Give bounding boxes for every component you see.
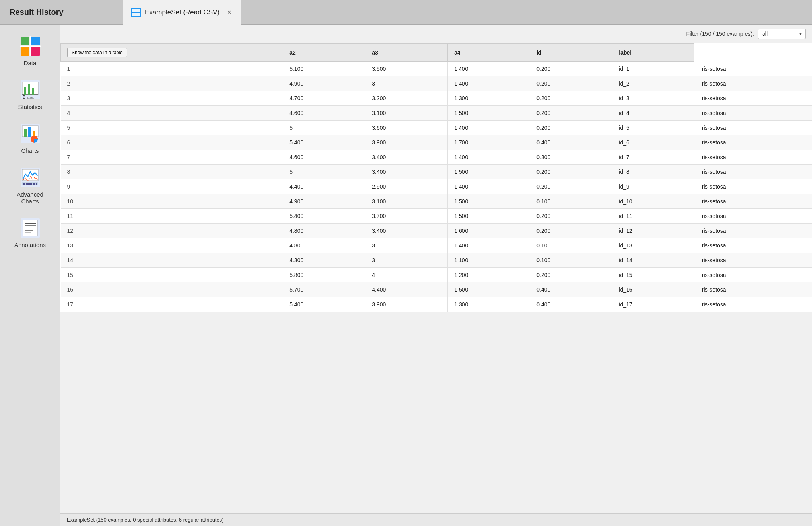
cell-id: id_8 — [612, 165, 694, 179]
cell-label: Iris-setosa — [694, 209, 812, 224]
col-header-row-num: Show the data in a table — [61, 44, 283, 62]
cell-row-num: 16 — [61, 282, 283, 297]
tab-label: ExampleSet (Read CSV) — [145, 8, 220, 16]
table-row: 124.8003.4001.6000.200id_12Iris-setosa — [61, 224, 812, 238]
cell-a3: 4.400 — [365, 282, 448, 297]
cell-a4: 1.500 — [448, 282, 530, 297]
cell-label: Iris-setosa — [694, 253, 812, 268]
tab-icon — [131, 8, 141, 17]
table-row: 65.4003.9001.7000.400id_6Iris-setosa — [61, 135, 812, 150]
cell-id: id_9 — [612, 179, 694, 194]
cell-row-num: 13 — [61, 238, 283, 253]
cell-a5: 0.200 — [530, 62, 612, 76]
content-panel: Filter (150 / 150 examples): all correct… — [60, 25, 812, 526]
active-tab[interactable]: ExampleSet (Read CSV) × — [123, 0, 241, 25]
cell-a4: 1.400 — [448, 150, 530, 165]
tab-close-button[interactable]: × — [226, 8, 233, 17]
cell-a5: 0.400 — [530, 282, 612, 297]
svg-rect-10 — [31, 47, 40, 56]
cell-id: id_12 — [612, 224, 694, 238]
sidebar-item-charts[interactable]: Charts — [0, 116, 60, 160]
cell-a5: 0.200 — [530, 165, 612, 179]
cell-id: id_17 — [612, 297, 694, 312]
cell-label: Iris-setosa — [694, 179, 812, 194]
cell-a4: 1.600 — [448, 224, 530, 238]
cell-row-num: 8 — [61, 165, 283, 179]
svg-rect-18 — [32, 88, 34, 95]
sidebar-item-annotations[interactable]: Annotations — [0, 210, 60, 254]
cell-id: id_4 — [612, 106, 694, 121]
cell-a3: 3.400 — [365, 150, 448, 165]
svg-rect-1 — [132, 9, 136, 12]
cell-a3: 4 — [365, 268, 448, 282]
filter-select[interactable]: all correct wrong — [758, 29, 806, 39]
result-history-tab[interactable]: Result History — [0, 0, 123, 24]
cell-label: Iris-setosa — [694, 121, 812, 135]
cell-a4: 1.400 — [448, 121, 530, 135]
cell-id: id_15 — [612, 268, 694, 282]
sidebar-item-advanced-charts[interactable]: AdvancedCharts — [0, 160, 60, 210]
cell-row-num: 9 — [61, 179, 283, 194]
cell-a2: 4.900 — [283, 76, 365, 91]
sidebar: Data Σ stats Statistics — [0, 25, 60, 526]
cell-a3: 3.100 — [365, 106, 448, 121]
svg-rect-17 — [28, 84, 30, 95]
cell-row-num: 5 — [61, 121, 283, 135]
table-row: 175.4003.9001.3000.400id_17Iris-setosa — [61, 297, 812, 312]
cell-a2: 4.800 — [283, 238, 365, 253]
filter-select-wrapper[interactable]: all correct wrong — [758, 29, 806, 39]
cell-id: id_2 — [612, 76, 694, 91]
table-row: 553.6001.4000.200id_5Iris-setosa — [61, 121, 812, 135]
svg-rect-23 — [24, 129, 27, 137]
cell-a4: 1.400 — [448, 76, 530, 91]
cell-a2: 5.400 — [283, 209, 365, 224]
table-wrapper: Show the data in a table a2 a3 a4 id lab… — [60, 43, 812, 526]
cell-id: id_5 — [612, 121, 694, 135]
table-row: 94.4002.9001.4000.200id_9Iris-setosa — [61, 179, 812, 194]
col-header-id: id — [530, 44, 612, 62]
sidebar-item-statistics-label: Statistics — [18, 103, 42, 110]
cell-a3: 3.400 — [365, 165, 448, 179]
cell-a3: 3 — [365, 238, 448, 253]
cell-label: Iris-setosa — [694, 106, 812, 121]
col-header-label: label — [612, 44, 694, 62]
cell-a4: 1.300 — [448, 91, 530, 106]
svg-text:Σ: Σ — [23, 95, 25, 99]
cell-a2: 4.400 — [283, 179, 365, 194]
cell-id: id_3 — [612, 91, 694, 106]
cell-a4: 1.100 — [448, 253, 530, 268]
table-row: 44.6003.1001.5000.200id_4Iris-setosa — [61, 106, 812, 121]
cell-a3: 3.500 — [365, 62, 448, 76]
cell-label: Iris-setosa — [694, 91, 812, 106]
cell-a3: 2.900 — [365, 179, 448, 194]
cell-a4: 1.400 — [448, 238, 530, 253]
table-header: Show the data in a table a2 a3 a4 id lab… — [61, 44, 812, 62]
cell-a3: 3.400 — [365, 224, 448, 238]
cell-label: Iris-setosa — [694, 297, 812, 312]
col-header-a2: a2 — [283, 44, 365, 62]
cell-label: Iris-setosa — [694, 135, 812, 150]
table-row: 155.80041.2000.200id_15Iris-setosa — [61, 268, 812, 282]
cell-a2: 4.800 — [283, 224, 365, 238]
cell-row-num: 17 — [61, 297, 283, 312]
cell-a5: 0.100 — [530, 238, 612, 253]
status-bar: ExampleSet (150 examples, 0 special attr… — [60, 513, 812, 526]
cell-a5: 0.200 — [530, 106, 612, 121]
data-icon — [20, 36, 41, 56]
table-row: 15.1003.5001.4000.200id_1Iris-setosa — [61, 62, 812, 76]
cell-a3: 3.600 — [365, 121, 448, 135]
show-data-table-button[interactable]: Show the data in a table — [67, 48, 127, 57]
cell-row-num: 3 — [61, 91, 283, 106]
cell-row-num: 12 — [61, 224, 283, 238]
cell-row-num: 10 — [61, 194, 283, 209]
cell-a2: 4.300 — [283, 253, 365, 268]
svg-rect-30 — [23, 183, 25, 185]
sidebar-item-data[interactable]: Data — [0, 29, 60, 72]
cell-a2: 5.400 — [283, 135, 365, 150]
table-scroll-area[interactable]: Show the data in a table a2 a3 a4 id lab… — [60, 43, 812, 513]
cell-label: Iris-setosa — [694, 194, 812, 209]
sidebar-item-statistics[interactable]: Σ stats Statistics — [0, 72, 60, 116]
col-header-a4: a4 — [448, 44, 530, 62]
sidebar-item-data-label: Data — [24, 60, 37, 66]
cell-id: id_10 — [612, 194, 694, 209]
